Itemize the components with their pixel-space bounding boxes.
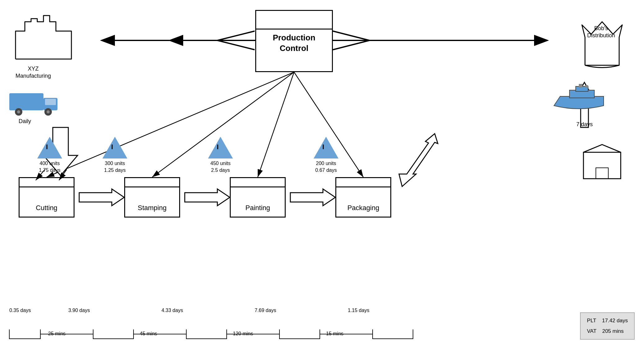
cutting-label: Cutting xyxy=(36,204,57,212)
inventory-3: I 450 units 2.5 days xyxy=(208,137,233,174)
tl-mins-0: 25 mins xyxy=(48,331,66,337)
inventory-1: I 400 units 1.75 days xyxy=(37,137,62,174)
tl-days-1: 3.90 days xyxy=(68,308,90,313)
truck-delivery-label: Daily xyxy=(19,118,31,125)
packaging-process-box: Packaging xyxy=(335,177,391,218)
tl-days-0: 0.35 days xyxy=(9,308,31,313)
tl-days-2: 4.33 days xyxy=(161,308,183,313)
production-control-box: Production Control xyxy=(255,10,333,72)
svg-point-23 xyxy=(47,110,50,113)
bobs-label: Bob's Distribution xyxy=(579,25,623,39)
inventory-4: I 200 units 0.67 days xyxy=(314,137,338,174)
plt-value: 17.42 days xyxy=(602,318,628,324)
svg-line-5 xyxy=(47,72,294,177)
inventory-1-label: 400 units 1.75 days xyxy=(39,160,60,174)
tl-mins-2: 120 mins xyxy=(233,331,253,337)
painting-process-box: Painting xyxy=(230,177,286,218)
svg-rect-27 xyxy=(585,85,588,88)
ship-days-label: 7 days xyxy=(576,121,593,128)
supplier-label: XYZ Manufacturing xyxy=(16,65,51,80)
tl-days-3: 7.69 days xyxy=(255,308,276,313)
svg-rect-19 xyxy=(45,99,56,105)
inventory-3-label: 450 units 2.5 days xyxy=(211,160,231,174)
svg-marker-12 xyxy=(79,189,124,206)
svg-marker-15 xyxy=(399,134,438,186)
svg-rect-17 xyxy=(9,93,43,110)
svg-marker-14 xyxy=(290,189,335,206)
tl-mins-1: 45 mins xyxy=(140,331,157,337)
vat-value: 205 mins xyxy=(602,328,624,334)
inventory-icon-4: I xyxy=(322,143,324,151)
plt-label: PLT xyxy=(587,318,596,324)
tl-mins-3: 15 mins xyxy=(326,331,343,337)
inventory-4-label: 200 units 0.67 days xyxy=(315,160,337,174)
packaging-label: Packaging xyxy=(347,204,379,212)
tl-days-4: 1.15 days xyxy=(348,308,369,313)
svg-point-21 xyxy=(17,110,20,113)
ship-icon xyxy=(551,84,607,116)
inventory-2-label: 300 units 1.25 days xyxy=(104,160,125,174)
bobs-distribution-icon xyxy=(579,12,625,70)
plt-vat-box: PLT 17.42 days VAT 205 mins xyxy=(580,312,635,340)
production-control-label: Production xyxy=(273,33,315,43)
svg-rect-28 xyxy=(583,152,621,179)
stamping-label: Stamping xyxy=(138,204,167,212)
inventory-2: I 300 units 1.25 days xyxy=(102,137,127,174)
factory-icon xyxy=(12,12,75,63)
svg-line-7 xyxy=(258,72,294,177)
painting-label: Painting xyxy=(245,204,270,212)
svg-marker-13 xyxy=(185,189,230,206)
production-control-label2: Control xyxy=(280,43,308,54)
vat-label: VAT xyxy=(587,328,596,334)
svg-rect-29 xyxy=(596,168,608,179)
svg-rect-26 xyxy=(579,84,583,88)
warehouse-icon xyxy=(582,143,622,181)
cutting-process-box: Cutting xyxy=(19,177,75,218)
inventory-icon-3: I xyxy=(217,143,219,151)
stamping-process-box: Stamping xyxy=(124,177,180,218)
inventory-icon-2: I xyxy=(111,143,113,151)
truck-icon xyxy=(9,89,59,118)
inventory-icon-1: I xyxy=(46,143,48,151)
